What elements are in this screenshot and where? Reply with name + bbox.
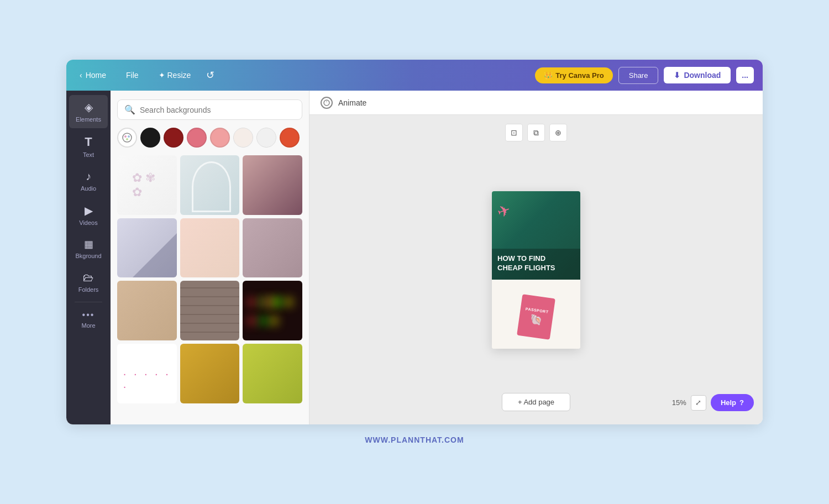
footer-url: WWW.PLANNTHAT.COM [365,435,464,444]
color-swatches: › [117,128,302,148]
swatch-cream[interactable] [233,128,253,148]
share-label: Share [629,71,648,80]
bg-thumb-warm-gradient[interactable] [243,155,302,215]
videos-label: Videos [79,219,97,226]
more-label: More [81,322,95,329]
swatch-custom[interactable] [117,128,137,148]
bg-thumb-bokeh[interactable] [243,281,302,340]
backgrounds-panel: 🔍 › [111,91,309,424]
audio-label: Audio [81,185,96,192]
background-label: Bkground [75,253,101,259]
bg-thumb-pink-dots[interactable] [117,344,177,403]
svg-point-2 [128,135,130,138]
search-input[interactable] [140,106,295,114]
left-sidebar: ◈ Elements T Text ♪ Audio ▶ Videos ▦ Bkg… [66,91,111,424]
sidebar-item-text[interactable]: T Text [69,129,108,164]
main-content: ◈ Elements T Text ♪ Audio ▶ Videos ▦ Bkg… [66,91,763,424]
card-bottom: PASSPORT 🐚 [492,280,580,349]
add-page-label: + Add page [518,398,554,406]
home-label: Home [86,71,106,80]
design-card[interactable]: ✈ HOW TO FIND CHEAP FLIGHTS PASSPORT [492,191,580,349]
copy-style-tool[interactable]: ⊡ [505,124,523,141]
file-label: File [126,71,139,80]
passport-emblem: 🐚 [529,313,543,327]
swatch-orange-red[interactable] [280,128,300,148]
canvas-body: ⊡ ⧉ ⊕ ✈ HOW TO FIND CHEAP [309,115,763,424]
resize-nav-item[interactable]: ✦ Resize [154,69,196,82]
bg-thumb-skin[interactable] [117,281,177,340]
help-button[interactable]: Help ? [711,394,754,411]
sidebar-item-background[interactable]: ▦ Bkground [69,233,108,265]
text-icon: T [85,135,92,149]
swatch-pink-red[interactable] [187,128,207,148]
backgrounds-grid [117,155,302,403]
bg-thumb-brick[interactable] [180,281,240,340]
swatch-black[interactable] [140,128,160,148]
home-nav-item[interactable]: ‹ Home [75,69,111,82]
animate-bar: Animate [309,91,763,115]
bg-thumb-mauve[interactable] [243,218,302,278]
svg-point-0 [123,133,132,142]
search-icon: 🔍 [124,104,135,115]
add-tool[interactable]: ⊕ [549,124,567,141]
swatch-dark-red[interactable] [164,128,183,148]
resize-icon: ✦ [159,71,165,80]
sidebar-item-elements[interactable]: ◈ Elements [69,95,108,128]
bg-thumb-floral[interactable] [117,155,177,215]
card-title-line1: HOW TO FIND [497,254,545,262]
sparkle-icon [323,99,330,107]
card-title-line2: CHEAP FLIGHTS [497,264,555,272]
topbar-right: 👑 Try Canva Pro Share ⬇ Download ... [535,67,754,84]
duplicate-tool[interactable]: ⧉ [527,124,545,141]
resize-label: Resize [167,71,191,80]
download-button[interactable]: ⬇ Download [664,67,731,83]
svg-point-3 [126,138,128,140]
palette-icon [122,132,133,143]
more-options-button[interactable]: ... [736,67,754,83]
bg-thumb-pink-nude[interactable] [180,218,240,278]
help-question-icon: ? [739,398,744,407]
more-options-label: ... [742,71,748,80]
bg-thumb-gold[interactable] [180,344,240,403]
sidebar-item-folders[interactable]: 🗁 Folders [69,266,108,298]
try-pro-label: Try Canva Pro [555,71,604,80]
topbar-left: ‹ Home File ✦ Resize ↺ [75,69,535,82]
elements-icon: ◈ [85,101,93,114]
elements-label: Elements [76,116,101,123]
undo-button[interactable]: ↺ [206,69,214,81]
svg-point-1 [124,135,127,138]
passport-graphic: PASSPORT 🐚 [517,294,555,340]
topbar: ‹ Home File ✦ Resize ↺ 👑 Try Canva Pro S… [66,60,763,91]
zoom-controls: 15% ⤢ Help ? [672,394,754,411]
folders-icon: 🗁 [83,271,94,284]
swatch-light-gray[interactable] [256,128,276,148]
crown-icon: 👑 [544,71,553,80]
card-text-overlay: HOW TO FIND CHEAP FLIGHTS [492,249,580,280]
home-chevron-icon: ‹ [80,71,82,80]
background-icon: ▦ [84,238,93,250]
card-title: HOW TO FIND CHEAP FLIGHTS [497,254,575,273]
add-page-button[interactable]: + Add page [502,393,570,411]
try-pro-button[interactable]: 👑 Try Canva Pro [535,67,612,83]
zoom-expand-button[interactable]: ⤢ [691,395,706,411]
text-label: Text [83,151,94,158]
card-top: ✈ HOW TO FIND CHEAP FLIGHTS [492,191,580,280]
bg-thumb-arch[interactable] [180,155,240,215]
sidebar-item-more[interactable]: ••• More [69,305,108,334]
videos-icon: ▶ [85,204,93,217]
file-nav-item[interactable]: File [122,69,143,82]
sidebar-item-videos[interactable]: ▶ Videos [69,198,108,232]
canvas-area: Animate ⊡ ⧉ ⊕ ✈ [309,91,763,424]
download-icon: ⬇ [674,71,680,80]
airplane-graphic: ✈ [495,201,513,222]
audio-icon: ♪ [86,170,91,183]
share-button[interactable]: Share [618,67,659,84]
bg-thumb-lime[interactable] [243,344,302,403]
passport-label: PASSPORT [525,306,549,313]
folders-label: Folders [78,286,99,293]
sidebar-item-audio[interactable]: ♪ Audio [69,165,108,197]
swatch-light-pink[interactable] [210,128,230,148]
bg-thumb-triangle[interactable] [117,218,177,278]
search-bar: 🔍 [117,99,302,120]
animate-label[interactable]: Animate [338,98,366,107]
